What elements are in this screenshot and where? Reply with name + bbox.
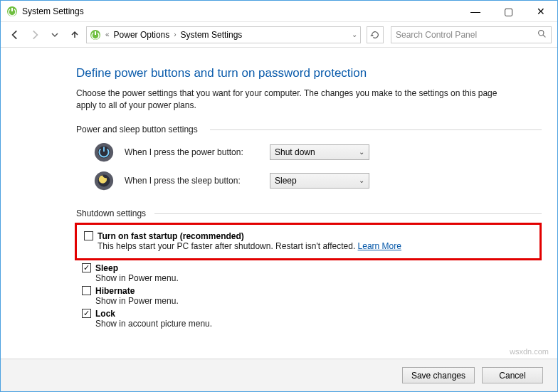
lock-option: Lock Show in account picture menu. [82,309,542,329]
lock-checkbox[interactable] [82,309,91,318]
fast-startup-checkbox[interactable] [84,231,93,240]
chevron-down-icon: ⌄ [359,148,364,156]
back-button[interactable] [6,26,23,43]
chevron-right-icon: › [174,31,176,38]
window-controls: — ▢ ✕ [459,1,557,22]
breadcrumb-item[interactable]: System Settings [181,30,243,40]
svg-point-4 [539,30,544,35]
watermark: wsxdn.com [510,347,549,356]
group-power-sleep-buttons: Power and sleep button settings [76,125,542,134]
maximize-button[interactable]: ▢ [492,1,525,22]
sleep-option: Sleep Show in Power menu. [82,263,542,283]
hibernate-option: Hibernate Show in Power menu. [82,286,542,306]
svg-rect-3 [95,31,96,35]
footer: Save changes Cancel [1,359,557,391]
sleep-checkbox[interactable] [82,263,91,272]
sleep-description: Show in Power menu. [95,273,542,283]
hibernate-checkbox[interactable] [82,286,91,295]
breadcrumb-item[interactable]: Power Options [114,30,170,40]
content-area: Define power buttons and turn on passwor… [1,48,557,359]
power-button-row: When I press the power button: Shut down… [93,142,542,163]
power-options-icon [90,29,101,41]
highlighted-setting: Turn on fast startup (recommended) This … [75,223,542,260]
sleep-title: Sleep [95,263,118,273]
minimize-button[interactable]: — [459,1,492,22]
power-button-label: When I press the power button: [125,147,260,157]
search-input[interactable]: Search Control Panel [391,26,552,43]
page-description: Choose the power settings that you want … [76,88,503,112]
refresh-button[interactable] [367,26,384,43]
forward-button[interactable] [26,26,43,43]
lock-title: Lock [95,309,115,319]
sleep-icon [93,170,115,191]
sleep-button-dropdown[interactable]: Sleep ⌄ [270,173,369,189]
chevron-icon: « [105,31,110,38]
lock-description: Show in account picture menu. [95,319,542,329]
titlebar: System Settings — ▢ ✕ [1,1,557,22]
breadcrumb[interactable]: « Power Options › System Settings ⌄ [86,26,361,43]
cancel-button[interactable]: Cancel [482,367,543,383]
learn-more-link[interactable]: Learn More [358,241,401,251]
recent-locations-button[interactable] [46,26,63,43]
svg-rect-8 [103,147,105,152]
chevron-down-icon[interactable]: ⌄ [352,31,357,38]
svg-line-5 [543,35,545,37]
hibernate-title: Hibernate [95,286,135,296]
fast-startup-description: This helps start your PC faster after sh… [98,241,534,251]
sleep-button-row: When I press the sleep button: Sleep ⌄ [93,170,542,191]
toolbar: « Power Options › System Settings ⌄ Sear… [1,22,557,48]
chevron-down-icon: ⌄ [359,176,364,184]
power-icon [93,142,115,163]
fast-startup-option: Turn on fast startup (recommended) This … [84,231,534,251]
hibernate-description: Show in Power menu. [95,296,542,306]
search-icon [537,29,547,41]
page-title: Define power buttons and turn on passwor… [76,66,542,80]
power-options-icon [6,6,18,17]
search-placeholder: Search Control Panel [396,30,537,40]
group-shutdown-settings: Shutdown settings [76,208,542,218]
up-button[interactable] [66,26,83,43]
save-button[interactable]: Save changes [402,367,475,383]
close-button[interactable]: ✕ [525,1,557,22]
svg-rect-1 [11,8,13,11]
power-button-dropdown[interactable]: Shut down ⌄ [270,144,369,160]
dropdown-value: Sleep [275,176,297,186]
sleep-button-label: When I press the sleep button: [125,176,260,186]
window-title: System Settings [22,6,84,16]
fast-startup-title: Turn on fast startup (recommended) [98,231,244,241]
dropdown-value: Shut down [275,147,315,157]
